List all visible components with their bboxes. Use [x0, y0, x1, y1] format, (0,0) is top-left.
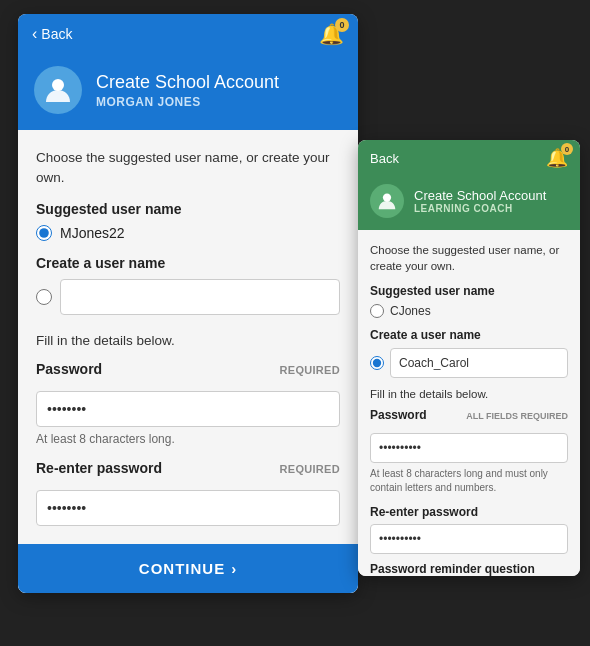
- secondary-bell-badge: 0: [561, 143, 573, 155]
- back-button[interactable]: ‹ Back: [32, 25, 72, 43]
- secondary-suggested-radio-group: CJones: [370, 304, 568, 318]
- back-label: Back: [41, 26, 72, 42]
- suggested-radio-group: MJones22: [36, 225, 340, 241]
- password-hint: At least 8 characters long.: [36, 432, 340, 446]
- svg-point-1: [383, 193, 391, 201]
- secondary-suggested-value: CJones: [390, 304, 431, 318]
- secondary-pw-row-header: Password ALL FIELDS REQUIRED: [370, 408, 568, 428]
- secondary-fill-instruction: Fill in the details below.: [370, 388, 568, 400]
- reenter-label: Re-enter password: [36, 460, 162, 476]
- continue-arrow-icon: ›: [231, 560, 237, 577]
- password-input[interactable]: [36, 391, 340, 427]
- secondary-custom-username-input[interactable]: [390, 348, 568, 378]
- main-card: ‹ Back 🔔 0 Create School Account MORGAN …: [18, 14, 358, 593]
- header-subtitle: MORGAN JONES: [96, 95, 279, 109]
- secondary-suggested-label: Suggested user name: [370, 284, 568, 298]
- secondary-reenter-input[interactable]: [370, 524, 568, 554]
- password-label: Password: [36, 361, 102, 377]
- secondary-back-button[interactable]: Back: [370, 151, 399, 166]
- main-header: Create School Account MORGAN JONES: [18, 54, 358, 130]
- back-arrow-icon: ‹: [32, 25, 37, 43]
- reenter-row-header: Re-enter password REQUIRED: [36, 460, 340, 484]
- suggested-value: MJones22: [60, 225, 125, 241]
- person-icon: [42, 74, 74, 106]
- secondary-body: Choose the suggested user name, or creat…: [358, 230, 580, 576]
- notification-bell-icon[interactable]: 🔔 0: [319, 22, 344, 46]
- main-body: Choose the suggested user name, or creat…: [18, 130, 358, 593]
- secondary-password-label: Password: [370, 408, 427, 422]
- custom-username-input[interactable]: [60, 279, 340, 315]
- custom-radio[interactable]: [36, 289, 52, 305]
- secondary-header-text: Create School Account LEARNING COACH: [414, 188, 546, 214]
- secondary-all-required-label: ALL FIELDS REQUIRED: [466, 411, 568, 421]
- secondary-bell-icon[interactable]: 🔔 0: [546, 147, 568, 169]
- reenter-password-input[interactable]: [36, 490, 340, 526]
- secondary-question-label: Password reminder question: [370, 562, 568, 576]
- secondary-person-icon: [376, 190, 398, 212]
- secondary-create-input-row: [370, 348, 568, 378]
- instruction-text: Choose the suggested user name, or creat…: [36, 148, 340, 189]
- create-label: Create a user name: [36, 255, 340, 271]
- suggested-label: Suggested user name: [36, 201, 340, 217]
- secondary-avatar: [370, 184, 404, 218]
- header-text-block: Create School Account MORGAN JONES: [96, 72, 279, 109]
- secondary-header-title: Create School Account: [414, 188, 546, 203]
- secondary-card: Back 🔔 0 Create School Account LEARNING …: [358, 140, 580, 576]
- fill-instruction: Fill in the details below.: [36, 331, 340, 351]
- secondary-reenter-label: Re-enter password: [370, 505, 568, 519]
- create-input-row: [36, 279, 340, 315]
- secondary-password-hint: At least 8 characters long and must only…: [370, 467, 568, 495]
- avatar: [34, 66, 82, 114]
- password-row-header: Password REQUIRED: [36, 361, 340, 385]
- secondary-instruction: Choose the suggested user name, or creat…: [370, 242, 568, 274]
- header-title: Create School Account: [96, 72, 279, 93]
- secondary-header: Create School Account LEARNING COACH: [358, 176, 580, 230]
- secondary-topbar: Back 🔔 0: [358, 140, 580, 176]
- main-topbar: ‹ Back 🔔 0: [18, 14, 358, 54]
- bell-badge-count: 0: [335, 18, 349, 32]
- continue-button[interactable]: CONTINUE ›: [18, 544, 358, 593]
- svg-point-0: [52, 79, 64, 91]
- required-label: REQUIRED: [280, 364, 340, 376]
- reenter-required-label: REQUIRED: [280, 463, 340, 475]
- secondary-back-label: Back: [370, 151, 399, 166]
- secondary-custom-radio[interactable]: [370, 356, 384, 370]
- continue-label: CONTINUE: [139, 560, 225, 577]
- secondary-suggested-radio[interactable]: [370, 304, 384, 318]
- secondary-create-label: Create a user name: [370, 328, 568, 342]
- secondary-header-subtitle: LEARNING COACH: [414, 203, 546, 214]
- secondary-password-input[interactable]: [370, 433, 568, 463]
- suggested-radio[interactable]: [36, 225, 52, 241]
